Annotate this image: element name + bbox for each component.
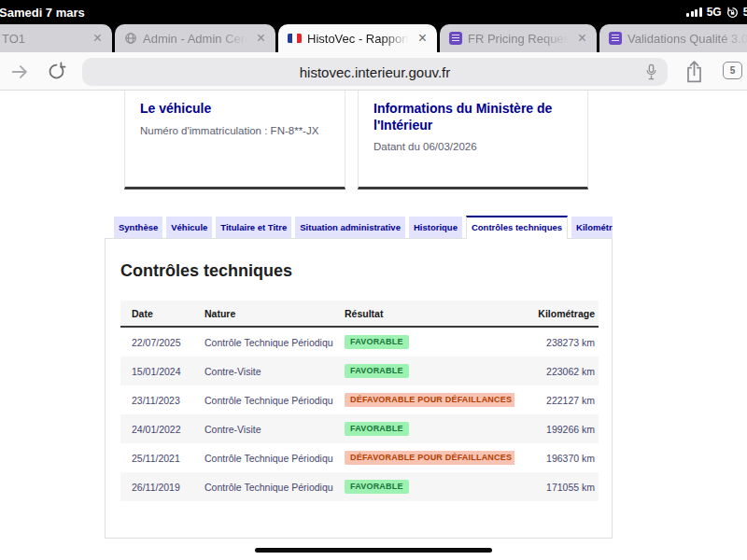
status-indicators: 5G 52 — [686, 0, 747, 24]
browser-tab[interactable]: FR Pricing Requests× — [440, 24, 597, 52]
cell-nature: Contrôle Technique Périodique — [193, 395, 333, 406]
cell-nature: Contre-Visite — [193, 366, 333, 377]
globe-icon — [124, 32, 137, 45]
table-header-row: Date Nature Résultat Kilométrage — [120, 301, 599, 328]
status-bar: Samedi 7 mars 5G 52 — [0, 0, 747, 24]
cell-nature: Contrôle Technique Périodique — [193, 453, 333, 464]
ministry-card: Informations du Ministère de l'Intérieur… — [358, 91, 588, 189]
cell-kilometrage: 196370 km — [514, 453, 599, 464]
browser-tab-title: TO1 — [2, 32, 87, 46]
result-badge: DÉFAVORABLE POUR DÉFAILLANCES MAJEURES — [345, 393, 514, 407]
battery-percent: 52 — [743, 6, 747, 19]
table-row: 22/07/2025Contrôle Technique PériodiqueF… — [120, 328, 599, 357]
col-header-kilometrage: Kilométrage — [514, 308, 599, 319]
report-tab-situation-administrative[interactable]: Situation administrative — [295, 217, 405, 239]
section-title: Contrôles techniques — [120, 261, 292, 281]
report-tab-list: SynthèseVéhiculeTitulaire et TitreSituat… — [105, 216, 613, 239]
browser-tab-title: FR Pricing Requests — [468, 32, 571, 46]
cell-date: 15/01/2024 — [120, 366, 193, 377]
cell-date: 22/07/2025 — [120, 337, 193, 348]
french-flag-icon — [288, 34, 302, 43]
reload-icon[interactable] — [47, 62, 66, 81]
rotation-lock-icon — [726, 7, 739, 19]
table-body: 22/07/2025Contrôle Technique PériodiqueF… — [120, 328, 599, 501]
result-badge: DÉFAVORABLE POUR DÉFAILLANCES MAJEURES — [345, 451, 514, 465]
col-header-date: Date — [120, 308, 193, 319]
cell-date: 25/11/2021 — [120, 453, 193, 464]
vehicle-card: Le véhicule Numéro d'immatriculation : F… — [124, 91, 345, 189]
cell-date: 24/01/2022 — [120, 424, 193, 435]
signal-icon — [686, 7, 702, 17]
cell-resultat: FAVORABLE — [333, 364, 514, 378]
cell-resultat: FAVORABLE — [333, 335, 514, 349]
close-icon[interactable]: × — [256, 31, 266, 46]
cell-resultat: FAVORABLE — [333, 422, 514, 436]
tab-overview-button[interactable]: 5 — [723, 62, 742, 79]
ministry-card-subtitle: Datant du 06/03/2026 — [374, 141, 572, 152]
app-purple-icon — [609, 32, 622, 45]
cell-kilometrage: 238273 km — [514, 337, 599, 348]
close-icon[interactable]: × — [577, 31, 587, 46]
close-icon[interactable]: × — [92, 31, 103, 46]
table-row: 25/11/2021Contrôle Technique PériodiqueD… — [120, 443, 599, 472]
cell-kilometrage: 199266 km — [514, 424, 599, 435]
table-row: 15/01/2024Contre-VisiteFAVORABLE223062 k… — [120, 357, 599, 385]
cell-resultat: FAVORABLE — [333, 480, 514, 494]
home-indicator[interactable] — [255, 548, 492, 553]
close-icon[interactable]: × — [417, 31, 428, 46]
cell-date: 23/11/2023 — [120, 395, 193, 406]
result-badge: FAVORABLE — [345, 335, 409, 349]
tab-count: 5 — [730, 65, 736, 76]
browser-toolbar: histovec.interieur.gouv.fr 5 — [0, 52, 747, 91]
cell-kilometrage: 171055 km — [514, 482, 599, 493]
browser-tab[interactable]: Validations Qualité 3.0 — [599, 24, 747, 52]
col-header-resultat: Résultat — [333, 308, 514, 319]
report-tab-contr-les-techniques[interactable]: Contrôles techniques — [466, 216, 568, 239]
ministry-card-title: Informations du Ministère de l'Intérieur — [374, 101, 572, 133]
controles-table: Date Nature Résultat Kilométrage 22/07/2… — [120, 301, 599, 501]
report-tab-titulaire-et-titre[interactable]: Titulaire et Titre — [216, 217, 291, 239]
url-text: histovec.interieur.gouv.fr — [300, 64, 450, 80]
cell-date: 26/11/2019 — [120, 482, 193, 493]
app-purple-icon — [449, 32, 462, 45]
controles-techniques-panel: Contrôles techniques Date Nature Résulta… — [105, 238, 613, 539]
status-date: Samedi 7 mars — [0, 6, 85, 20]
table-row: 26/11/2019Contrôle Technique PériodiqueF… — [120, 472, 599, 501]
ipad-screen: Samedi 7 mars 5G 52 TO1×Admin - Admin Ce… — [0, 0, 747, 560]
cell-nature: Contre-Visite — [193, 424, 333, 435]
cell-kilometrage: 223062 km — [514, 366, 599, 377]
cell-nature: Contrôle Technique Périodique — [193, 337, 333, 348]
report-tab-kilom-trage[interactable]: Kilométrage — [571, 217, 613, 239]
table-row: 23/11/2023Contrôle Technique PériodiqueD… — [120, 385, 599, 414]
url-field[interactable]: histovec.interieur.gouv.fr — [82, 58, 668, 86]
cell-resultat: DÉFAVORABLE POUR DÉFAILLANCES MAJEURES — [333, 451, 514, 465]
report-tab-historique[interactable]: Historique — [409, 217, 462, 239]
result-badge: FAVORABLE — [345, 422, 409, 436]
browser-tab-title: Validations Qualité 3.0 — [627, 32, 747, 46]
forward-icon[interactable] — [9, 62, 30, 82]
browser-tab-bar: TO1×Admin - Admin Center×HistoVec - Rapp… — [0, 24, 747, 52]
browser-tab-title: Admin - Admin Center — [143, 32, 250, 46]
cell-nature: Contrôle Technique Périodique — [193, 482, 333, 493]
cell-resultat: DÉFAVORABLE POUR DÉFAILLANCES MAJEURES — [333, 393, 514, 407]
table-row: 24/01/2022Contre-VisiteFAVORABLE199266 k… — [120, 414, 599, 443]
browser-tab[interactable]: HistoVec - Rapport ve× — [278, 24, 437, 52]
result-badge: FAVORABLE — [345, 480, 409, 494]
browser-tab-title: HistoVec - Rapport ve — [307, 32, 412, 46]
vehicle-card-subtitle: Numéro d'immatriculation : FN-8**-JX — [140, 125, 330, 136]
cell-kilometrage: 222127 km — [514, 395, 599, 406]
browser-tab[interactable]: TO1× — [0, 24, 112, 52]
share-icon[interactable] — [684, 60, 704, 88]
report-tab-v-hicule[interactable]: Véhicule — [166, 217, 212, 239]
vehicle-card-title: Le véhicule — [140, 101, 330, 118]
network-label: 5G — [707, 6, 722, 19]
report-tab-synth-se[interactable]: Synthèse — [114, 217, 162, 239]
col-header-nature: Nature — [193, 308, 333, 319]
mic-icon[interactable] — [645, 63, 657, 85]
browser-tab[interactable]: Admin - Admin Center× — [115, 24, 275, 52]
result-badge: FAVORABLE — [345, 364, 409, 378]
